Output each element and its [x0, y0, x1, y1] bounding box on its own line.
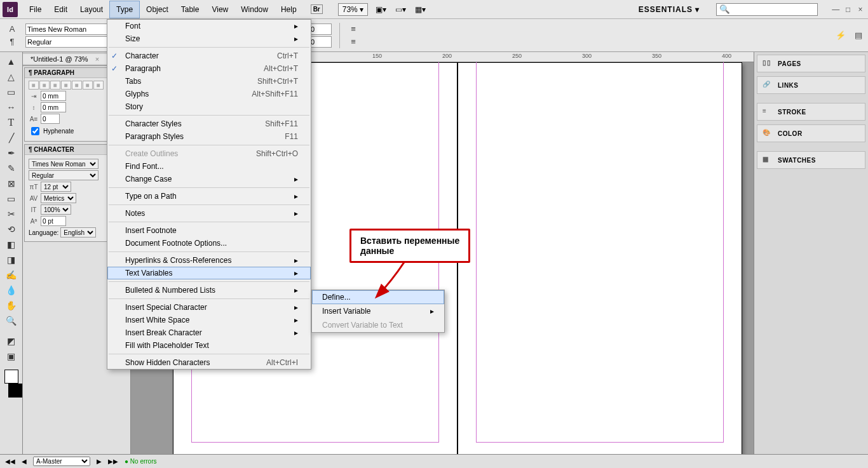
quick-apply-icon[interactable]: ⚡ [835, 30, 846, 41]
numbers-icon[interactable]: ≡ [348, 36, 359, 48]
fill-swatch[interactable] [4, 370, 18, 384]
scissors-tool[interactable]: ✂ [3, 207, 20, 221]
page-next-icon[interactable]: ▶▶ [108, 458, 118, 465]
menu-character-styles[interactable]: Character StylesShift+F11 [107, 117, 311, 130]
menu-paragraph[interactable]: ✓ParagraphAlt+Ctrl+T [107, 62, 311, 75]
char-baseline-input[interactable] [41, 216, 66, 226]
page-tool[interactable]: ▭ [3, 85, 20, 99]
page-next-one-icon[interactable]: ▶ [97, 458, 102, 465]
char-size-select[interactable]: 12 pt [41, 182, 71, 192]
menu-size[interactable]: Size▸ [107, 32, 311, 45]
justify-left-icon[interactable]: ≡ [61, 81, 71, 90]
apply-color-icon[interactable]: ▣ [3, 349, 20, 363]
menu-footnote-options[interactable]: Document Footnote Options... [107, 237, 311, 250]
menu-paragraph-styles[interactable]: Paragraph StylesF11 [107, 130, 311, 143]
dropcap-chars-input[interactable] [309, 36, 332, 48]
arrange-icon[interactable]: ▦▾ [415, 5, 426, 14]
note-tool[interactable]: ✍ [3, 268, 20, 282]
rectangle-frame-tool[interactable]: ⊠ [3, 177, 20, 191]
menu-find-font[interactable]: Find Font... [107, 160, 311, 173]
menu-hyperlinks[interactable]: Hyperlinks & Cross-References▸ [107, 254, 311, 267]
eyedropper-tool[interactable]: 💧 [3, 283, 20, 297]
menu-edit[interactable]: Edit [48, 1, 74, 18]
line-tool[interactable]: ╱ [3, 131, 20, 145]
menu-table[interactable]: Table [175, 1, 206, 18]
direct-selection-tool[interactable]: △ [3, 70, 20, 84]
zoom-select[interactable]: 73% ▾ [338, 3, 368, 16]
char-scale-select[interactable]: 100% [41, 204, 71, 215]
menu-bulleted-lists[interactable]: Bulleted & Numbered Lists▸ [107, 284, 311, 297]
para-indent-left[interactable] [41, 91, 66, 101]
char-formatting-icon[interactable]: A [6, 23, 18, 35]
menu-notes[interactable]: Notes▸ [107, 207, 311, 220]
help-search-input[interactable] [716, 3, 818, 16]
bullets-icon[interactable]: ≡ [348, 23, 359, 35]
page-navigator[interactable]: A-Master [33, 457, 90, 466]
workspace-switcher[interactable]: ESSENTIALS ▾ [632, 4, 713, 15]
menu-change-case[interactable]: Change Case▸ [107, 173, 311, 185]
document-tab[interactable]: *Untitled-1 @ 73% × [23, 54, 107, 64]
align-center-icon[interactable]: ≡ [39, 81, 50, 90]
pencil-tool[interactable]: ✎ [3, 161, 20, 175]
submenu-insert-variable[interactable]: Insert Variable▸ [312, 304, 444, 318]
justify-right-icon[interactable]: ≡ [83, 81, 93, 90]
para-space-before[interactable] [41, 102, 66, 112]
justify-center-icon[interactable]: ≡ [72, 81, 82, 90]
menu-help[interactable]: Help [275, 1, 303, 18]
free-transform-tool[interactable]: ⟲ [3, 222, 20, 236]
align-right-icon[interactable]: ≡ [50, 81, 60, 90]
page-prev-icon[interactable]: ◀◀ [5, 458, 15, 465]
pages-panel-button[interactable]: ▯▯PAGES [757, 55, 865, 72]
menu-object[interactable]: Object [140, 1, 175, 18]
menu-type-on-path[interactable]: Type on a Path▸ [107, 190, 311, 203]
menu-view[interactable]: View [205, 1, 234, 18]
menu-hidden-chars[interactable]: Show Hidden CharactersAlt+Ctrl+I [107, 356, 311, 369]
panel-menu-icon[interactable]: ▤ [853, 30, 864, 41]
page-prev-one-icon[interactable]: ◀ [22, 458, 27, 465]
swatches-panel-button[interactable]: ▦SWATCHES [757, 151, 865, 169]
menu-insert-footnote[interactable]: Insert Footnote [107, 224, 311, 237]
minimize-icon[interactable]: — [831, 5, 841, 14]
restore-icon[interactable]: □ [843, 5, 853, 14]
menu-layout[interactable]: Layout [74, 1, 109, 18]
stroke-panel-button[interactable]: ≡STROKE [757, 103, 865, 121]
char-kern-select[interactable]: Metrics ▾ [41, 193, 76, 203]
menu-story[interactable]: Story [107, 100, 311, 113]
menu-placeholder-text[interactable]: Fill with Placeholder Text [107, 339, 311, 352]
menu-window[interactable]: Window [234, 1, 275, 18]
gap-tool[interactable]: ↔ [3, 100, 20, 114]
menu-break-char[interactable]: Insert Break Character▸ [107, 326, 311, 339]
gradient-swatch-tool[interactable]: ◧ [3, 237, 20, 251]
menu-special-char[interactable]: Insert Special Character▸ [107, 301, 311, 314]
justify-all-icon[interactable]: ≡ [93, 81, 104, 90]
menu-text-variables[interactable]: Text Variables▸ [107, 267, 311, 279]
align-left-icon[interactable]: ≡ [29, 81, 39, 90]
char-lang-select[interactable]: English [60, 227, 96, 237]
dropcap-lines-input[interactable] [309, 23, 332, 35]
preflight-status[interactable]: ● No errors [125, 458, 157, 465]
color-panel-button[interactable]: 🎨COLOR [757, 124, 865, 142]
menu-tabs[interactable]: TabsShift+Ctrl+T [107, 75, 311, 88]
menu-character[interactable]: ✓CharacterCtrl+T [107, 50, 311, 62]
links-panel-button[interactable]: 🔗LINKS [757, 76, 865, 94]
pen-tool[interactable]: ✒ [3, 146, 20, 160]
close-icon[interactable]: × [855, 5, 865, 14]
para-formatting-icon[interactable]: ¶ [6, 36, 18, 48]
hyphenate-checkbox[interactable] [31, 127, 39, 135]
para-dropcap[interactable] [41, 114, 60, 124]
hand-tool[interactable]: ✋ [3, 298, 20, 312]
char-style-select[interactable]: Regular [29, 170, 98, 180]
menu-font[interactable]: Font▸ [107, 20, 311, 32]
rectangle-tool[interactable]: ▭ [3, 192, 20, 206]
tab-close-icon[interactable]: × [95, 55, 99, 63]
zoom-tool[interactable]: 🔍 [3, 314, 20, 328]
gradient-feather-tool[interactable]: ◨ [3, 253, 20, 267]
stroke-swatch[interactable] [8, 384, 22, 398]
view-mode-icon[interactable]: ▣▾ [376, 5, 386, 14]
fill-stroke-toggle[interactable]: ◩ [3, 334, 20, 348]
char-font-select[interactable]: Times New Roman [29, 159, 98, 169]
menu-white-space[interactable]: Insert White Space▸ [107, 314, 311, 326]
screen-mode-icon[interactable]: ▭▾ [395, 5, 406, 14]
bridge-icon[interactable]: Br [311, 4, 323, 14]
selection-tool[interactable]: ▲ [3, 55, 20, 69]
